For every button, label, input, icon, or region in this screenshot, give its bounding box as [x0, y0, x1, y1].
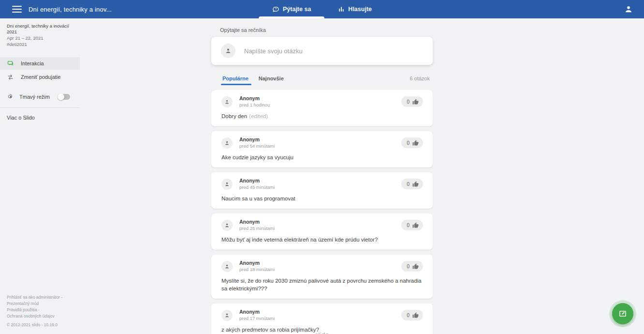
question-card: Anonym pred 18 minútami 0 Myslíte si, že…	[211, 255, 433, 299]
avatar	[221, 96, 233, 107]
sidebar-item-switch-event[interactable]: Zmeniť podujatie	[0, 71, 80, 83]
avatar	[221, 179, 233, 190]
like-count: 0	[407, 140, 410, 146]
privacy-link[interactable]: Ochrana osobných údajov	[7, 313, 62, 319]
question-time: pred 1 hodinou	[239, 102, 270, 108]
brightness-icon	[7, 93, 14, 100]
sidebar-footer: Prihlásiť sa ako administrátor - Prezent…	[7, 294, 62, 328]
avatar	[221, 44, 235, 58]
thumbs-up-icon	[412, 263, 419, 270]
thumbs-up-icon	[412, 181, 419, 187]
question-card: Anonym pred 1 hodinou 0 Dobry den(edited…	[211, 90, 433, 126]
like-count: 0	[407, 222, 410, 228]
ask-speaker-label: Opýtajte sa rečníka	[220, 27, 433, 33]
tab-vote[interactable]: Hlasujte	[324, 0, 385, 18]
compose-question-fab[interactable]	[612, 303, 633, 324]
like-count: 0	[407, 312, 410, 318]
thumbs-up-icon	[412, 222, 419, 228]
sidebar: Dni energií, techniky a inovácií 2021 Ap…	[0, 18, 80, 334]
sidebar-nav: Interakcia Zmeniť podujatie	[0, 57, 80, 83]
like-button[interactable]: 0	[401, 96, 423, 107]
question-card: Anonym pred 17 minútami 0 z akých predme…	[211, 304, 433, 334]
question-text: Môžu byť aj inde veterná elektráreň na ú…	[221, 237, 378, 243]
poll-bars-icon	[338, 6, 345, 13]
slido-watermark: slido	[315, 331, 329, 334]
question-list-tabs: Populárne Najnovšie 6 otázok	[211, 76, 433, 85]
menu-icon[interactable]	[12, 6, 22, 13]
avatar	[221, 261, 233, 272]
chat-bubbles-icon	[7, 60, 14, 67]
sidebar-item-label: Zmeniť podujatie	[21, 74, 60, 80]
question-input-placeholder: Napíšte svoju otázku	[244, 47, 303, 55]
question-card: Anonym pred 45 minútami 0 Naucim sa u va…	[211, 172, 433, 209]
main-content: Opýtajte sa rečníka Napíšte svoju otázku…	[211, 18, 433, 334]
question-author: Anonym	[239, 95, 270, 101]
question-text: Dobry den	[221, 113, 247, 119]
sidebar-item-label: Interakcia	[21, 61, 44, 66]
dark-mode-label: Tmavý režim	[19, 94, 50, 100]
admin-login-link[interactable]: Prihlásiť sa ako administrátor -	[7, 294, 62, 301]
terms-link[interactable]: Pravidlá použitia -	[7, 307, 62, 313]
sidebar-item-interaction[interactable]: Interakcia	[0, 57, 80, 70]
question-text: Ake cudzie jazyky sa vyucuju	[221, 154, 293, 160]
tab-popular[interactable]: Populárne	[222, 76, 249, 85]
about-slido-link[interactable]: Viac o Slido	[0, 108, 80, 127]
dark-mode-toggle[interactable]	[58, 94, 70, 100]
question-author: Anonym	[239, 309, 275, 315]
like-button[interactable]: 0	[401, 220, 423, 230]
event-title: Dni energií, techniky a inov...	[29, 6, 112, 13]
top-app-bar: Dni energií, techniky a inov... Pýtajte …	[0, 0, 644, 18]
tab-vote-label: Hlasujte	[348, 6, 372, 13]
question-text: z akých predmetov sa robia prijímačky?	[221, 327, 319, 333]
like-count: 0	[407, 99, 410, 105]
avatar	[221, 137, 233, 149]
question-time: pred 25 minútami	[239, 226, 275, 231]
presentation-mode-link[interactable]: Prezentačný mód	[7, 301, 62, 307]
question-author: Anonym	[239, 219, 275, 225]
like-count: 0	[407, 181, 410, 187]
edited-flag: (edited)	[249, 113, 268, 119]
mode-tabs: Pýtajte sa Hlasujte	[259, 0, 385, 18]
question-bubble-icon	[272, 6, 279, 13]
question-count: 6 otázok	[410, 76, 430, 85]
person-icon[interactable]	[624, 4, 633, 14]
event-hashtag: #deti2021	[7, 42, 73, 47]
question-time: pred 18 minútami	[239, 267, 275, 273]
question-input[interactable]: Napíšte svoju otázku	[211, 37, 433, 65]
question-author: Anonym	[239, 137, 275, 142]
like-button[interactable]: 0	[401, 179, 423, 189]
question-time: pred 45 minútami	[239, 184, 275, 190]
dark-mode-row: Tmavý režim	[0, 91, 80, 103]
question-time: pred 17 minútami	[239, 316, 275, 321]
tab-newest[interactable]: Najnovšie	[259, 76, 284, 85]
avatar	[221, 220, 233, 231]
like-button[interactable]: 0	[401, 261, 423, 272]
question-time: pred 54 minútami	[239, 143, 275, 149]
like-button[interactable]: 0	[401, 310, 423, 320]
compose-icon	[618, 309, 627, 318]
question-text: Myslíte si, že do roku 2030 zmiznú paliv…	[221, 278, 422, 291]
switch-arrows-icon	[7, 74, 14, 81]
thumbs-up-icon	[412, 99, 419, 105]
question-list: Anonym pred 1 hodinou 0 Dobry den(edited…	[211, 90, 433, 334]
event-info: Dni energií, techniky a inovácií 2021 Ap…	[0, 18, 80, 49]
event-dates: Apr 21 – 22, 2021	[7, 35, 73, 41]
avatar	[221, 310, 233, 321]
tab-ask-label: Pýtajte sa	[283, 6, 311, 13]
like-count: 0	[407, 263, 410, 269]
question-author: Anonym	[239, 178, 275, 183]
question-text: Naucim sa u vas programovat	[221, 196, 295, 201]
tab-ask[interactable]: Pýtajte sa	[259, 0, 324, 18]
question-card: Anonym pred 54 minútami 0 Ake cudzie jaz…	[211, 131, 433, 167]
thumbs-up-icon	[412, 312, 419, 319]
question-card: Anonym pred 25 minútami 0 Môžu byť aj in…	[211, 213, 433, 250]
event-name: Dni energií, techniky a inovácií 2021	[7, 23, 73, 35]
question-author: Anonym	[239, 260, 275, 266]
thumbs-up-icon	[412, 140, 419, 146]
copyright: © 2012-2021 slido - 10.19.0	[7, 322, 62, 328]
like-button[interactable]: 0	[401, 137, 423, 148]
